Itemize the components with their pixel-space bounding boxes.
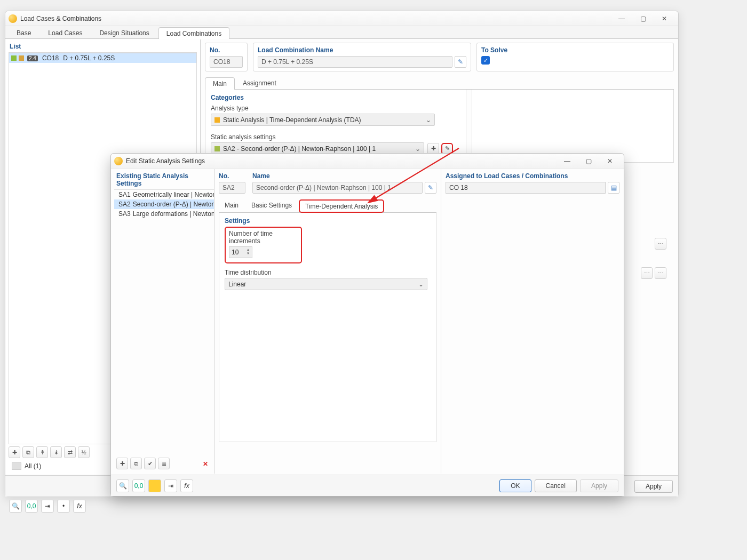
search-icon[interactable]: 🔍 xyxy=(9,500,22,513)
spinner-arrows-icon[interactable]: ▲▼ xyxy=(245,248,251,255)
categories-side-area xyxy=(472,90,674,163)
dialog-right: Assigned to Load Cases / Combinations CO… xyxy=(441,169,624,474)
dialog-titlebar[interactable]: Edit Static Analysis Settings — ▢ ✕ xyxy=(111,154,624,169)
list-item[interactable]: SA3 Large deformations | Newton- xyxy=(114,209,214,219)
name-card: Load Combination Name D + 0.75L + 0.25S … xyxy=(253,43,471,71)
subtab-main[interactable]: Main xyxy=(205,77,235,90)
sas-list-panel: Existing Static Analysis Settings SA1 Ge… xyxy=(111,169,214,474)
subtab-assignment[interactable]: Assignment xyxy=(235,77,284,89)
maximize-button[interactable]: ▢ xyxy=(578,155,599,167)
list-header: List xyxy=(9,42,197,53)
sas-label: Static analysis settings xyxy=(211,133,460,141)
stray-icon[interactable]: ⋯ xyxy=(655,238,666,250)
swap-icon[interactable]: ⇄ xyxy=(64,446,76,458)
filter-swatch-icon xyxy=(12,462,21,470)
item-id: SA2 xyxy=(118,201,131,208)
units-icon[interactable]: 0,0 xyxy=(25,500,38,513)
item-id: SA1 xyxy=(118,191,131,198)
tab-load-combinations[interactable]: Load Combinations xyxy=(158,27,229,39)
no-field[interactable]: SA2 xyxy=(219,182,245,194)
delete-button[interactable]: ✕ xyxy=(199,458,212,470)
list-icon[interactable]: ≣ xyxy=(158,458,170,469)
apply-button[interactable]: Apply xyxy=(580,479,618,492)
categories-area: Categories Analysis type Static Analysis… xyxy=(205,90,466,163)
chevron-down-icon: ⌄ xyxy=(415,145,420,153)
tab-base[interactable]: Base xyxy=(9,27,39,38)
name-field[interactable]: Second-order (P-Δ) | Newton-Raphson | 10… xyxy=(252,182,423,194)
stray-icon[interactable]: ⋯ xyxy=(655,267,666,279)
sas-list-header: Existing Static Analysis Settings xyxy=(114,172,214,189)
dialog-title: Edit Static Analysis Settings xyxy=(126,157,205,165)
color-swatch-icon xyxy=(11,55,17,61)
detail-subtabs: Main Assignment xyxy=(205,77,674,90)
titlebar[interactable]: Load Cases & Combinations — ▢ ✕ xyxy=(5,11,678,26)
combo-swatch-icon xyxy=(214,117,220,123)
dialog-subtabs: Main Basic Settings Time-Dependent Analy… xyxy=(219,199,436,213)
dialog-left: No. SA2 Name Second-order (P-Δ) | Newton… xyxy=(214,169,441,474)
list-item[interactable]: SA1 Geometrically linear | Newton- xyxy=(114,190,214,199)
no-field[interactable]: CO18 xyxy=(210,56,243,68)
distribution-combo[interactable]: Linear ⌄ xyxy=(225,278,427,290)
list-item[interactable]: 2.4 CO18 D + 0.75L + 0.25S xyxy=(9,53,196,63)
maximize-button[interactable]: ▢ xyxy=(632,13,654,25)
new-icon[interactable]: ✚ xyxy=(9,446,20,458)
new-icon[interactable]: ✚ xyxy=(116,458,128,469)
fx-icon[interactable]: fx xyxy=(180,479,193,492)
tree-icon[interactable]: ⇥ xyxy=(164,479,177,492)
tree-icon[interactable]: ⇥ xyxy=(41,500,54,513)
analysis-type-value: Static Analysis | Time-Dependent Analysi… xyxy=(223,116,361,124)
ok-button[interactable]: OK xyxy=(499,479,531,492)
item-name: Large deformations | Newton- xyxy=(133,210,214,218)
item-name: Second-order (P-Δ) | Newton-R xyxy=(133,201,214,208)
chevron-down-icon: ⌄ xyxy=(418,281,424,288)
increments-value: 10 xyxy=(232,249,239,256)
name-field[interactable]: D + 0.75L + 0.25S xyxy=(258,56,452,68)
window-title: Load Cases & Combinations xyxy=(20,15,101,22)
increments-spinner[interactable]: 10 ▲▼ xyxy=(229,246,252,258)
subtab-time-dependent-analysis[interactable]: Time-Dependent Analysis xyxy=(299,199,384,213)
settings-header: Settings xyxy=(225,217,431,225)
analysis-type-label: Analysis type xyxy=(211,105,460,112)
apply-button[interactable]: Apply xyxy=(634,480,673,493)
no-label: No. xyxy=(219,172,248,180)
sas-list[interactable]: SA1 Geometrically linear | Newton- SA2 S… xyxy=(114,189,214,455)
solve-label: To Solve xyxy=(481,46,669,54)
solve-checkbox[interactable]: ✓ xyxy=(481,56,490,65)
dot-icon[interactable]: • xyxy=(57,500,70,513)
copy-icon[interactable]: ⧉ xyxy=(130,458,142,469)
minimize-button[interactable]: — xyxy=(611,13,632,25)
assigned-field[interactable]: CO 18 xyxy=(446,182,606,194)
subtab-basic-settings[interactable]: Basic Settings xyxy=(245,199,298,212)
combination-name: D + 0.75L + 0.25S xyxy=(63,54,115,62)
dialog-footer: 🔍 0,0 ⇥ fx OK Cancel Apply xyxy=(111,475,624,496)
help-icon[interactable]: 🔍 xyxy=(116,479,129,492)
subtab-main[interactable]: Main xyxy=(219,199,244,212)
analysis-type-combo[interactable]: Static Analysis | Time-Dependent Analysi… xyxy=(211,114,435,126)
name-label: Name xyxy=(252,172,436,180)
sort-icon[interactable]: ½ xyxy=(78,446,90,458)
assigned-list-icon[interactable]: ▤ xyxy=(608,182,619,194)
close-button[interactable]: ✕ xyxy=(599,155,621,167)
check-icon[interactable]: ✔ xyxy=(144,458,156,469)
close-button[interactable]: ✕ xyxy=(654,13,675,25)
tab-design-situations[interactable]: Design Situations xyxy=(91,27,157,38)
down-icon[interactable]: ↡ xyxy=(50,446,62,458)
fx-icon[interactable]: fx xyxy=(73,500,86,513)
up-icon[interactable]: ↟ xyxy=(36,446,48,458)
increments-label: Number of time increments xyxy=(229,230,298,245)
edit-name-icon[interactable]: ✎ xyxy=(425,182,436,194)
assigned-header: Assigned to Load Cases / Combinations xyxy=(446,172,619,180)
name-label: Load Combination Name xyxy=(258,46,466,54)
list-item[interactable]: SA2 Second-order (P-Δ) | Newton-R xyxy=(114,199,214,209)
cancel-button[interactable]: Cancel xyxy=(535,479,577,492)
minimize-button[interactable]: — xyxy=(557,155,578,167)
settings-area: Settings Number of time increments 10 ▲▼… xyxy=(219,213,436,442)
edit-sas-dialog: Edit Static Analysis Settings — ▢ ✕ Exis… xyxy=(110,153,624,497)
combination-id: CO18 xyxy=(42,54,59,62)
edit-name-icon[interactable]: ✎ xyxy=(455,56,466,68)
tab-load-cases[interactable]: Load Cases xyxy=(40,27,90,38)
stray-icon[interactable]: ⋯ xyxy=(641,267,653,279)
units-icon[interactable]: 0,0 xyxy=(132,479,145,492)
color-icon[interactable] xyxy=(148,479,161,492)
copy-icon[interactable]: ⧉ xyxy=(22,446,34,458)
